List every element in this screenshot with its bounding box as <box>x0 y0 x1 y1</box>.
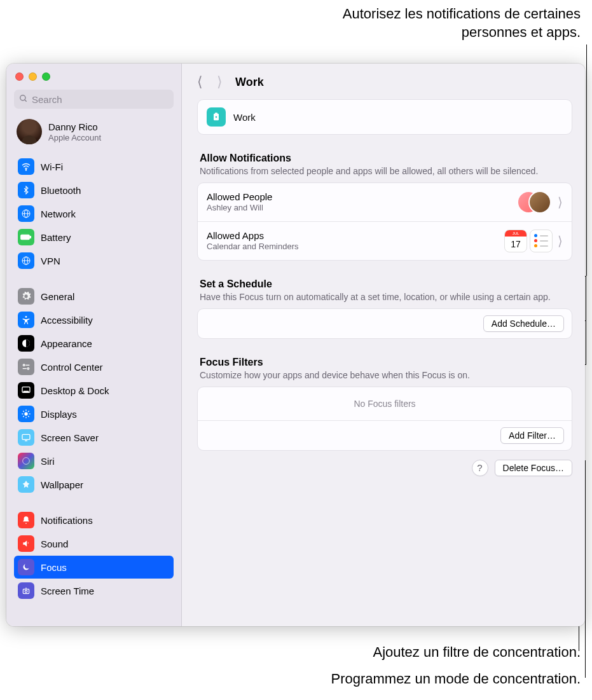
sidebar-label: Wi-Fi <box>41 161 63 172</box>
svg-point-19 <box>24 412 27 415</box>
schedule-section-head: Set a Schedule Have this Focus turn on a… <box>200 278 570 303</box>
sidebar-item-screen-saver[interactable]: Screen Saver <box>14 426 174 449</box>
filters-title: Focus Filters <box>200 357 570 368</box>
sidebar-item-screen-time[interactable]: Screen Time <box>14 579 174 602</box>
sidebar-label: Sound <box>41 539 68 549</box>
sidebar-label: Focus <box>41 562 67 573</box>
allowed-apps-title: Allowed Apps <box>207 230 504 241</box>
filters-desc: Customize how your apps and device behav… <box>200 369 570 381</box>
siri-icon <box>18 453 34 469</box>
sidebar-item-control-center[interactable]: Control Center <box>14 355 174 378</box>
footer-row: ? Delete Focus… <box>197 460 572 476</box>
allowed-people-row[interactable]: Allowed People Ashley and Will ⟩ <box>198 183 572 222</box>
control-center-icon <box>18 359 34 375</box>
svg-line-1 <box>25 99 27 101</box>
sidebar-label: Control Center <box>41 362 103 373</box>
svg-point-15 <box>27 367 29 369</box>
chevron-right-icon: ⟩ <box>558 233 563 249</box>
svg-rect-7 <box>30 237 31 238</box>
svg-line-27 <box>28 411 29 411</box>
sidebar-item-wifi[interactable]: Wi-Fi <box>14 155 174 178</box>
sidebar-label: Siri <box>41 456 55 467</box>
sidebar-item-focus[interactable]: Focus <box>14 556 174 579</box>
svg-rect-18 <box>24 391 29 392</box>
svg-point-11 <box>25 316 27 318</box>
dock-icon <box>18 382 34 399</box>
zoom-button[interactable] <box>42 72 50 81</box>
allowed-people-title: Allowed People <box>207 191 517 202</box>
svg-line-24 <box>23 411 24 411</box>
minimize-button[interactable] <box>29 72 37 81</box>
settings-window: Search Danny Rico Apple Account Wi-Fi Bl… <box>6 64 585 626</box>
svg-point-2 <box>25 170 26 170</box>
sidebar-item-appearance[interactable]: Appearance <box>14 332 174 355</box>
search-input[interactable]: Search <box>14 90 174 109</box>
content-pane: ⟨ ⟩ Work Work Allow Notifications Notifi… <box>182 64 585 626</box>
bell-icon <box>18 512 34 528</box>
sidebar-item-notifications[interactable]: Notifications <box>14 509 174 532</box>
sidebar-item-vpn[interactable]: VPN <box>14 249 174 272</box>
reminders-icon <box>530 230 553 252</box>
sidebar-item-battery[interactable]: Battery <box>14 226 174 249</box>
sidebar-item-network[interactable]: Network <box>14 202 174 225</box>
window-controls <box>6 64 181 87</box>
sidebar-item-bluetooth[interactable]: Bluetooth <box>14 179 174 202</box>
sidebar-label: Screen Time <box>41 586 94 596</box>
sidebar-item-displays[interactable]: Displays <box>14 402 174 425</box>
help-button[interactable]: ? <box>472 460 488 476</box>
displays-icon <box>18 406 34 422</box>
svg-rect-34 <box>215 113 217 114</box>
add-schedule-button[interactable]: Add Schedule… <box>483 315 564 332</box>
svg-point-30 <box>23 458 30 465</box>
allowed-apps-row[interactable]: Allowed Apps Calendar and Reminders JUL … <box>198 222 572 260</box>
sidebar-label: General <box>41 291 74 302</box>
focus-icon <box>18 559 34 575</box>
svg-point-32 <box>25 590 27 593</box>
focus-name-card[interactable]: Work <box>197 99 572 135</box>
sidebar-item-desktop-dock[interactable]: Desktop & Dock <box>14 379 174 402</box>
sidebar-label: Desktop & Dock <box>41 385 109 396</box>
calendar-icon: JUL 17 <box>504 230 527 252</box>
screensaver-icon <box>18 429 34 446</box>
gear-icon <box>18 288 34 305</box>
annotation-top: Autorisez les notifications de certaines… <box>288 5 581 41</box>
svg-rect-6 <box>21 235 30 240</box>
avatar <box>17 119 42 144</box>
briefcase-icon <box>207 107 226 127</box>
forward-button[interactable]: ⟩ <box>217 74 223 90</box>
sidebar-label: Accessibility <box>41 315 93 326</box>
header: ⟨ ⟩ Work <box>197 71 572 90</box>
sidebar-item-sound[interactable]: Sound <box>14 532 174 555</box>
close-button[interactable] <box>15 72 24 81</box>
sidebar-group-1: Wi-Fi Bluetooth Network Battery <box>6 153 181 274</box>
allowed-people-subtitle: Ashley and Will <box>207 203 517 212</box>
delete-focus-button[interactable]: Delete Focus… <box>495 460 572 476</box>
sidebar-label: Screen Saver <box>41 432 99 443</box>
back-button[interactable]: ⟨ <box>197 74 203 90</box>
allow-card: Allowed People Ashley and Will ⟩ Allowed… <box>197 182 572 261</box>
svg-rect-31 <box>23 589 29 594</box>
vpn-icon <box>18 252 34 269</box>
profile-row[interactable]: Danny Rico Apple Account <box>6 115 181 153</box>
add-filter-button[interactable]: Add Filter… <box>500 427 564 444</box>
chevron-right-icon: ⟩ <box>558 195 563 210</box>
battery-icon <box>18 229 34 245</box>
nav-arrows: ⟨ ⟩ <box>197 74 223 90</box>
allow-title: Allow Notifications <box>200 153 570 164</box>
search-icon <box>19 94 28 105</box>
people-avatars <box>517 191 553 214</box>
wifi-icon <box>18 158 34 175</box>
sidebar-item-wallpaper[interactable]: Wallpaper <box>14 473 174 496</box>
schedule-card: Add Schedule… <box>197 308 572 339</box>
annotation-schedule: Programmez un mode de concentration. <box>231 670 581 689</box>
filters-section-head: Focus Filters Customize how your apps an… <box>200 357 570 381</box>
sidebar-label: Notifications <box>41 515 93 526</box>
sidebar-item-accessibility[interactable]: Accessibility <box>14 308 174 331</box>
sidebar-item-general[interactable]: General <box>14 285 174 308</box>
schedule-title: Set a Schedule <box>200 278 570 290</box>
allowed-apps-subtitle: Calendar and Reminders <box>207 242 504 251</box>
svg-line-26 <box>23 416 24 416</box>
network-icon <box>18 205 34 222</box>
sidebar-item-siri[interactable]: Siri <box>14 450 174 472</box>
profile-name: Danny Rico <box>48 121 101 133</box>
